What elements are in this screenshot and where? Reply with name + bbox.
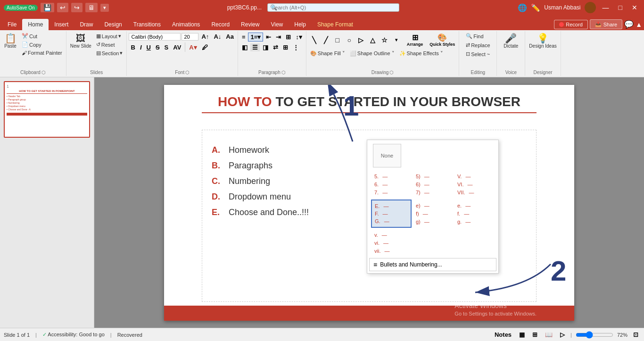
tab-animations[interactable]: Animations — [166, 19, 206, 30]
numbering-option-alpha-upper[interactable]: E.— F.— G.— — [371, 200, 412, 228]
shape-4[interactable]: ○ — [344, 36, 355, 44]
bullets-and-numbering-button[interactable]: ≡ Bullets and Numbering... — [369, 258, 496, 271]
bold-button[interactable]: B — [129, 43, 137, 51]
line-spacing-button[interactable]: ↕▾ — [294, 33, 304, 41]
quick-styles-button[interactable]: 🎨 Quick Styles — [428, 33, 457, 47]
reading-view-button[interactable]: 📖 — [543, 331, 554, 339]
text-color-button[interactable]: A▾ — [187, 43, 198, 51]
copy-button[interactable]: 📄Copy — [20, 41, 64, 49]
save-button[interactable]: 💾 — [41, 3, 54, 12]
shape-5[interactable]: ▷ — [355, 36, 367, 44]
format-painter-button[interactable]: 🖌Format Painter — [20, 49, 64, 57]
clipboard-expand-icon[interactable]: ⬡ — [41, 70, 46, 75]
font-size-input[interactable] — [182, 33, 198, 41]
font-increase-button[interactable]: A↑ — [199, 33, 211, 41]
numbering-button[interactable]: 1≡▾ — [248, 33, 263, 42]
numbering-none-option[interactable]: None — [369, 142, 496, 169]
layout-button[interactable]: ▦Layout▾ — [94, 32, 125, 40]
close-button[interactable]: ✕ — [629, 3, 640, 12]
bullets-button[interactable]: ≡ — [240, 33, 248, 41]
align-center-button[interactable]: ☰ — [250, 43, 260, 51]
fit-slide-button[interactable]: ⊡ — [631, 331, 640, 339]
shape-2[interactable]: ╱ — [320, 36, 331, 44]
tab-review[interactable]: Review — [235, 19, 265, 30]
comments-button[interactable]: 💬 — [624, 20, 634, 29]
paragraph-expand-icon[interactable]: ⬡ — [281, 70, 286, 75]
paste-button[interactable]: 📋 Paste — [2, 32, 19, 50]
share-button[interactable]: 📤 Share — [590, 19, 622, 29]
slide-sorter-button[interactable]: ⊞ — [530, 331, 539, 339]
tab-design[interactable]: Design — [99, 19, 127, 30]
cut-button[interactable]: ✂️Cut — [20, 32, 64, 40]
replace-button[interactable]: ⇄Replace — [464, 41, 492, 49]
decrease-indent-button[interactable]: ⇤ — [264, 33, 273, 41]
tab-draw[interactable]: Draw — [74, 19, 99, 30]
char-spacing-button[interactable]: AV — [171, 43, 183, 51]
shape-7[interactable]: ☆ — [379, 36, 390, 44]
shape-3[interactable]: □ — [332, 36, 343, 44]
reset-button[interactable]: ↺Reset — [94, 41, 125, 49]
notes-button[interactable]: Notes — [493, 331, 513, 339]
tab-help[interactable]: Help — [289, 19, 312, 30]
italic-button[interactable]: I — [138, 43, 144, 51]
numbering-option-numeric[interactable]: 5.— 6.— 7.— — [371, 170, 412, 199]
convert-to-smartart-button[interactable]: ⋮ — [291, 43, 301, 51]
shape-1[interactable]: ╲ — [308, 36, 320, 44]
column-button[interactable]: ⊞ — [284, 33, 293, 41]
increase-indent-button[interactable]: ⇥ — [274, 33, 283, 41]
slideshow-button[interactable]: ▷ — [558, 331, 567, 339]
redo-button[interactable]: ↪ — [71, 3, 83, 12]
tab-insert[interactable]: Insert — [49, 19, 74, 30]
numbering-option-alpha-lower[interactable]: e.— f.— g.— — [454, 200, 495, 228]
font-decrease-button[interactable]: A↓ — [212, 33, 223, 41]
ribbon-collapse-button[interactable]: ▲ — [636, 21, 642, 28]
smartart-button[interactable]: ⊞ — [281, 43, 290, 51]
dictate-button[interactable]: 🎤 Dictate — [502, 32, 520, 50]
highlight-button[interactable]: 🖊 — [200, 43, 210, 51]
tab-view[interactable]: View — [265, 19, 289, 30]
strikethrough-button[interactable]: S — [154, 43, 162, 51]
numbering-option-numeric-paren[interactable]: 5)— 6)— 7)— — [413, 170, 453, 199]
tablet-button[interactable]: 🖥 — [85, 3, 98, 12]
shadow-button[interactable]: S — [163, 43, 171, 51]
shape-6[interactable]: △ — [367, 36, 379, 44]
shape-outline-button[interactable]: ⬜Shape Outline ˅ — [348, 50, 396, 58]
shape-expand[interactable]: ▾ — [391, 36, 402, 44]
undo-button[interactable]: ↩ — [57, 3, 68, 12]
autosave-toggle[interactable]: AutoSave On — [4, 5, 38, 11]
numbering-option-empty-2 — [454, 229, 495, 257]
zoom-slider[interactable] — [576, 331, 613, 339]
shape-effects-button[interactable]: ✨Shape Effects ˅ — [397, 50, 445, 58]
align-right-button[interactable]: ◨ — [261, 43, 270, 51]
shape-fill-button[interactable]: 🎨Shape Fill ˅ — [308, 50, 347, 58]
minimize-button[interactable]: — — [600, 3, 612, 12]
customize-button[interactable]: ▾ — [100, 4, 109, 12]
numbering-option-alpha-lower-paren[interactable]: e)— f)— g)— — [413, 200, 453, 228]
align-left-button[interactable]: ◧ — [240, 43, 249, 51]
design-ideas-button[interactable]: 💡 Design Ideas — [527, 32, 558, 50]
font-name-input[interactable] — [129, 33, 181, 41]
select-button[interactable]: ⊡Select ~ — [464, 50, 492, 58]
search-input[interactable] — [267, 3, 399, 12]
font-expand-icon[interactable]: ⬡ — [185, 70, 190, 75]
record-topbar-button[interactable]: Record — [554, 20, 587, 29]
tab-transitions[interactable]: Transitions — [128, 19, 166, 30]
section-button[interactable]: ▤Section▾ — [94, 49, 125, 57]
tab-shape-format[interactable]: Shape Format — [312, 19, 359, 30]
numbering-option-roman-upper[interactable]: V.— VI.— VII.— — [454, 170, 495, 199]
drawing-expand-icon[interactable]: ⬡ — [389, 70, 394, 75]
normal-view-button[interactable]: ▦ — [517, 331, 527, 339]
underline-button[interactable]: U — [145, 43, 153, 51]
text-direction-button[interactable]: ⇄ — [271, 43, 280, 51]
tab-home[interactable]: Home — [22, 19, 49, 30]
new-slide-button[interactable]: 🖼 New Slide — [68, 32, 93, 50]
numbering-option-roman-lower[interactable]: v.— vi.— vii.— — [371, 229, 412, 257]
tab-file[interactable]: File — [2, 19, 22, 30]
maximize-button[interactable]: □ — [616, 3, 625, 12]
ribbon-tabs: File Home Insert Draw Design Transitions… — [0, 15, 644, 30]
clear-format-button[interactable]: Aa — [224, 33, 236, 41]
tab-record[interactable]: Record — [206, 19, 235, 30]
slide-thumbnail-1[interactable]: 1 HOW TO GET STARTED IN POWERPOINT • Hea… — [4, 81, 90, 138]
arrange-button[interactable]: ⊞ Arrange — [405, 33, 425, 47]
find-button[interactable]: 🔍Find — [464, 32, 485, 40]
